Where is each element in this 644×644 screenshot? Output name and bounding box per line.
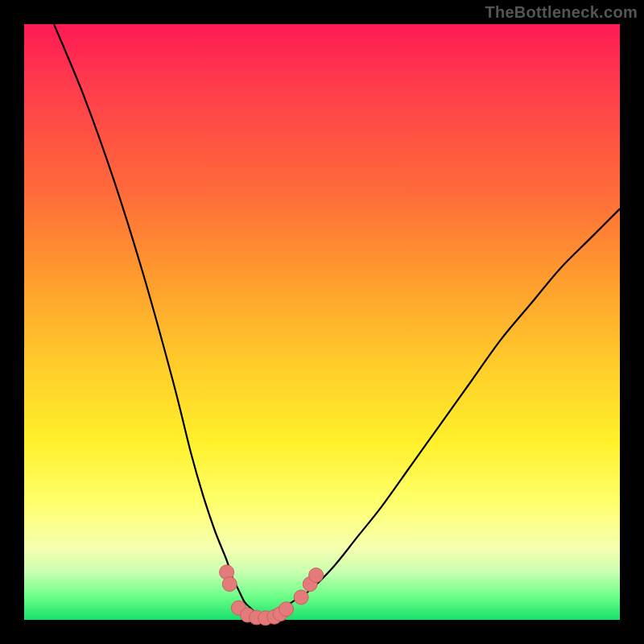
data-marker	[309, 568, 324, 583]
left-curve	[54, 24, 262, 620]
plot-area	[24, 24, 620, 620]
data-marker	[222, 577, 237, 592]
chart-frame: TheBottleneck.com	[0, 0, 644, 644]
data-marker	[279, 602, 294, 617]
right-curve	[262, 208, 620, 620]
data-marker	[294, 590, 308, 605]
watermark-text: TheBottleneck.com	[485, 3, 638, 22]
chart-svg	[24, 24, 620, 620]
marker-group	[220, 565, 324, 625]
